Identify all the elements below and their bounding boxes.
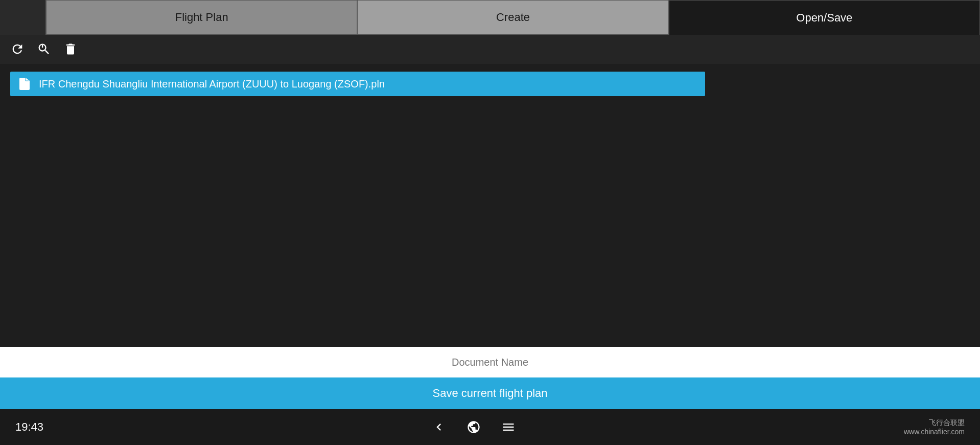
save-button[interactable]: Save current flight plan [0,377,980,409]
file-item-name: IFR Chengdu Shuangliu International Airp… [39,78,385,90]
tab-flight-plan-label: Flight Plan [175,11,228,24]
globe-icon [466,420,481,434]
status-logo: 飞行合联盟 www.chinaflier.com [904,418,965,436]
tab-spacer [0,0,46,35]
back-button[interactable] [432,420,446,434]
status-bar: 19:43 飞行合联盟 www.chinaflier.com [0,409,980,445]
tab-create-label: Create [496,11,530,24]
toolbar [0,35,980,63]
file-list-area: IFR Chengdu Shuangliu International Airp… [0,63,980,104]
menu-button[interactable] [501,420,516,434]
save-button-label: Save current flight plan [432,387,547,399]
tab-open-save-label: Open/Save [796,11,852,25]
logo-line1: 飞行合联盟 [904,418,965,427]
tab-flight-plan[interactable]: Flight Plan [46,0,357,35]
delete-icon [63,42,78,56]
refresh-button[interactable] [8,40,27,58]
delete-button[interactable] [61,40,80,58]
status-nav [432,420,516,434]
back-icon [432,420,446,434]
file-icon [18,77,31,91]
tab-bar: Flight Plan Create Open/Save [0,0,980,35]
search-icon [37,42,51,56]
tab-create[interactable]: Create [357,0,668,35]
refresh-icon [10,42,25,56]
logo-line2: www.chinaflier.com [904,427,965,436]
status-time: 19:43 [15,420,43,434]
search-button[interactable] [35,40,53,58]
globe-button[interactable] [466,420,481,434]
document-name-input[interactable] [0,347,980,377]
file-item[interactable]: IFR Chengdu Shuangliu International Airp… [10,72,705,96]
bottom-area: Save current flight plan [0,347,980,409]
menu-icon [501,420,516,434]
tab-open-save[interactable]: Open/Save [669,0,980,35]
